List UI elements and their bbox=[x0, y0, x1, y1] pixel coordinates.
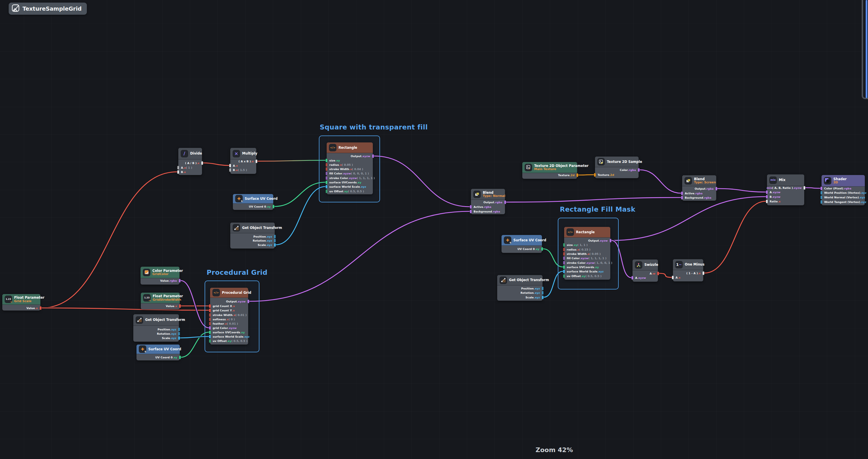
output-port[interactable] bbox=[638, 168, 640, 172]
node-rectangle-square[interactable]: </>RectangleOutput.xyzwsize.xyradius.x (… bbox=[327, 142, 373, 194]
node-header[interactable]: ✚0Surface UV Coord bbox=[136, 345, 180, 354]
input-port[interactable] bbox=[563, 256, 565, 260]
node-rectangle-mask[interactable]: </>RectangleOutput.xyzwsize.xy ( 1, 1 )r… bbox=[564, 227, 610, 280]
node-header[interactable]: 1.23→Float ParameterGrid Scale bbox=[2, 294, 40, 305]
node-header[interactable]: /Divide bbox=[178, 148, 202, 159]
wire-13[interactable] bbox=[578, 175, 594, 175]
output-port[interactable] bbox=[274, 235, 276, 238]
node-get-object-transform-grid[interactable]: Get Object TransformPosition.xyzRotation… bbox=[133, 314, 179, 342]
node-header[interactable]: Get Object Transform bbox=[133, 314, 179, 326]
graph-title-badge[interactable]: TextureSampleGrid bbox=[9, 3, 87, 15]
input-port[interactable] bbox=[820, 191, 823, 195]
input-port[interactable] bbox=[766, 195, 768, 199]
input-port[interactable] bbox=[672, 275, 674, 280]
input-port[interactable] bbox=[563, 274, 565, 278]
output-port[interactable] bbox=[610, 239, 612, 242]
input-port[interactable] bbox=[470, 205, 472, 209]
output-port[interactable] bbox=[274, 243, 276, 247]
input-port[interactable] bbox=[681, 191, 683, 195]
vertical-scrollbar[interactable] bbox=[866, 0, 867, 98]
node-header[interactable]: Color ParameterGridColor bbox=[141, 267, 180, 278]
output-port[interactable] bbox=[702, 271, 704, 275]
node-float-param-gridstrokewidth[interactable]: 1.23→Float ParameterGridStrokeWidthValue… bbox=[141, 293, 180, 309]
input-port[interactable] bbox=[820, 187, 823, 190]
input-port[interactable] bbox=[563, 243, 565, 247]
output-port[interactable] bbox=[803, 186, 805, 190]
node-header[interactable]: mixMix bbox=[767, 174, 804, 186]
input-port[interactable] bbox=[326, 189, 328, 193]
node-blend-normal[interactable]: BlendType: NormalOutput.rgbaActive.rgbaB… bbox=[471, 189, 505, 214]
output-port[interactable] bbox=[274, 239, 276, 242]
input-port[interactable] bbox=[209, 308, 211, 312]
input-port[interactable] bbox=[209, 313, 211, 317]
input-port[interactable] bbox=[177, 170, 179, 174]
output-port[interactable] bbox=[541, 291, 544, 295]
wire-15[interactable] bbox=[717, 189, 766, 192]
input-port[interactable] bbox=[326, 159, 328, 162]
node-multiply[interactable]: ×Multiply( A x B ).xA.xB.x ( 1.5 ) bbox=[230, 148, 256, 174]
node-header[interactable]: Get Object Transform bbox=[230, 223, 275, 233]
input-port[interactable] bbox=[209, 322, 211, 326]
node-texture-2d-object-parameter[interactable]: Texture 2D Object ParameterMain TextureT… bbox=[522, 162, 577, 179]
wire-7[interactable] bbox=[374, 156, 470, 207]
output-port[interactable] bbox=[178, 336, 180, 340]
wire-16[interactable] bbox=[612, 197, 766, 240]
node-header[interactable]: Texture 2D Object ParameterMain Texture bbox=[522, 162, 577, 173]
node-shader[interactable]: Shader3DColor (Pixel).rgbaWorld Position… bbox=[822, 175, 865, 205]
node-surface-uv-coord-square[interactable]: ✚0Surface UV CoordUV Coord 0.xy bbox=[233, 194, 273, 210]
input-port[interactable] bbox=[563, 248, 565, 252]
input-port[interactable] bbox=[326, 167, 328, 171]
output-port[interactable] bbox=[179, 304, 181, 308]
wire-3[interactable] bbox=[203, 163, 229, 165]
output-port[interactable] bbox=[541, 287, 544, 290]
node-header[interactable]: Get Object Transform bbox=[497, 275, 542, 286]
node-surface-uv-coord-mask[interactable]: ✚0Surface UV CoordUV Coord 0.xy bbox=[501, 235, 542, 253]
wire-14[interactable] bbox=[640, 170, 681, 193]
node-header[interactable]: 1−One Minus bbox=[673, 259, 703, 270]
node-header[interactable]: Shader3D bbox=[822, 175, 865, 187]
input-port[interactable] bbox=[563, 252, 565, 256]
node-blend-screen[interactable]: BlendType: ScreenOutput.rgbaActive.rgbaB… bbox=[682, 175, 716, 201]
wire-8[interactable] bbox=[249, 211, 470, 301]
input-port[interactable] bbox=[326, 171, 328, 175]
input-port[interactable] bbox=[229, 168, 231, 172]
node-surface-uv-coord-grid[interactable]: ✚0Surface UV CoordUV Coord 0.xy bbox=[136, 345, 180, 360]
input-port[interactable] bbox=[326, 163, 328, 167]
wire-6[interactable] bbox=[276, 187, 326, 245]
node-mix[interactable]: mixMixmix( A, B, Ratio ).xyzwA.xyzwB.xyz… bbox=[767, 174, 804, 205]
output-port[interactable] bbox=[179, 356, 181, 359]
output-port[interactable] bbox=[178, 332, 180, 336]
output-port[interactable] bbox=[272, 205, 274, 208]
output-port[interactable] bbox=[179, 279, 181, 283]
input-port[interactable] bbox=[326, 176, 328, 180]
input-port[interactable] bbox=[209, 318, 211, 321]
wire-12[interactable] bbox=[506, 197, 681, 202]
node-header[interactable]: </>Rectangle bbox=[564, 227, 610, 237]
output-port[interactable] bbox=[201, 161, 203, 165]
input-port[interactable] bbox=[209, 335, 211, 338]
node-header[interactable]: ✚0Surface UV Coord bbox=[233, 194, 273, 203]
input-port[interactable] bbox=[563, 265, 565, 269]
input-port[interactable] bbox=[594, 173, 596, 177]
wire-21[interactable] bbox=[704, 201, 766, 273]
wire-0[interactable] bbox=[41, 172, 177, 308]
wire-5[interactable] bbox=[274, 182, 326, 206]
output-port[interactable] bbox=[541, 247, 543, 251]
node-swizzle[interactable]: SwizzleA.wA.xyzw bbox=[632, 260, 658, 282]
input-port[interactable] bbox=[631, 276, 633, 280]
node-header[interactable]: Texture 2D Sample bbox=[595, 157, 639, 167]
input-port[interactable] bbox=[470, 209, 472, 214]
input-port[interactable] bbox=[326, 185, 328, 189]
wire-20[interactable] bbox=[659, 273, 672, 277]
output-port[interactable] bbox=[247, 300, 249, 303]
input-port[interactable] bbox=[681, 196, 683, 199]
node-texture-2d-sample[interactable]: Texture 2D SampleColor.rgbaTexture.2d bbox=[595, 157, 639, 178]
input-port[interactable] bbox=[563, 261, 565, 265]
node-header[interactable]: 1.23→Float ParameterGridStrokeWidth bbox=[141, 293, 180, 303]
input-port[interactable] bbox=[563, 270, 565, 273]
input-port[interactable] bbox=[209, 304, 211, 308]
output-port[interactable] bbox=[576, 173, 578, 177]
input-port[interactable] bbox=[229, 164, 231, 167]
input-port[interactable] bbox=[766, 190, 768, 194]
node-one-minus[interactable]: 1−One Minus( 1 - A ).xA.x bbox=[673, 259, 703, 282]
